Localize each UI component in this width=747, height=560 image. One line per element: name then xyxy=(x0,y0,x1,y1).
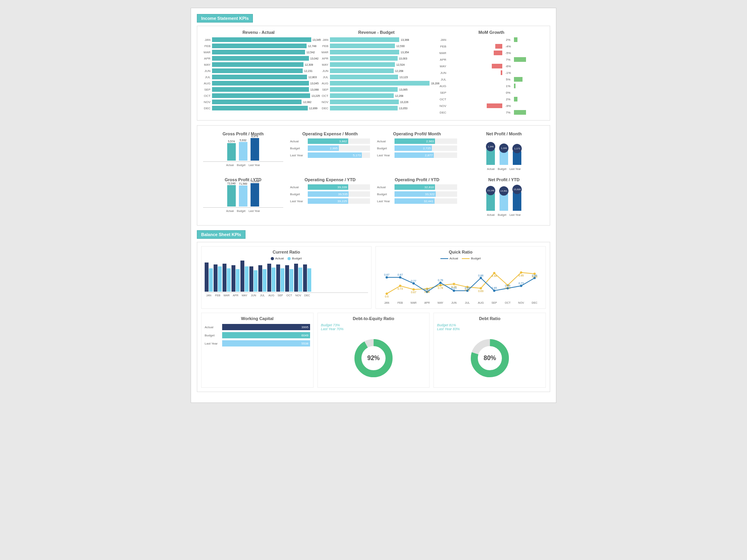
svg-text:MAY: MAY xyxy=(438,301,444,304)
opex-ytd-label: Last Year xyxy=(290,200,308,203)
rev-budget-value: 13,368 xyxy=(401,38,409,41)
rev-budget-month-label: OCT xyxy=(319,94,330,98)
rev-budget-month-label: MAY xyxy=(319,63,330,66)
svg-text:AUG: AUG xyxy=(478,301,484,304)
svg-point-14 xyxy=(412,288,415,290)
mom-neg-bar xyxy=(494,51,502,55)
opm-track: 2,725 xyxy=(395,145,457,151)
opex-m-label: Actual xyxy=(290,140,308,143)
opytd-label: Budget xyxy=(377,192,395,196)
cr-actual-bar xyxy=(249,266,253,292)
opytd-track: 33,322 xyxy=(395,191,457,197)
mom-neg-bar xyxy=(495,44,502,49)
mom-month-label: APR xyxy=(437,58,448,61)
rev-actual-bar: 12,542 xyxy=(212,50,305,54)
mom-center-val: -6% xyxy=(502,65,514,68)
rev-budget-month-label: NOV xyxy=(319,100,330,104)
opm-track: 2,963 xyxy=(395,138,457,144)
mom-center-val: 2% xyxy=(502,98,514,101)
rev-actual-month-label: APR xyxy=(201,57,212,60)
opex-ytd-bar: 39,339 xyxy=(308,184,348,190)
rev-budget-bar: 12,524 xyxy=(330,62,395,67)
mom-pos-bar xyxy=(514,97,517,102)
gpytd-bar-group: 72,040 xyxy=(227,182,236,206)
rev-actual-value: 13,068 xyxy=(310,88,319,91)
revenue-budget-chart: Revenue - Budget JAN 13,368 FEB 12,530 M… xyxy=(319,30,434,116)
npm-bar xyxy=(486,149,495,165)
mom-row: SEP 0% xyxy=(437,90,546,95)
npm-bar-group: 1,346 xyxy=(486,142,495,165)
svg-point-1 xyxy=(399,276,402,278)
opex-m-label: Budget xyxy=(290,147,308,150)
rev-budget-month-label: SEP xyxy=(319,88,330,91)
npm-bar-group: 1,173 xyxy=(512,144,522,165)
cr-bar-pair xyxy=(303,264,311,292)
cr-month-label: MAR xyxy=(223,294,231,297)
gpm-bar xyxy=(239,142,247,161)
rev-actual-bar: 12,748 xyxy=(212,44,307,48)
gpm-bar xyxy=(251,138,259,161)
rev-budget-bar: 13,226 xyxy=(330,100,399,104)
rev-budget-bar-container: 13,354 xyxy=(330,50,434,54)
gpm-bar-group: 6,979 xyxy=(251,135,259,161)
net-profit-ytd-chart: Net Profit / YTD 15,146 14,801 15,929 Ac… xyxy=(462,175,546,218)
mom-pos-bar xyxy=(514,77,523,82)
opytd-row: Last Year 32,441 xyxy=(377,198,457,204)
npm-labels: Actual Budget Last Year xyxy=(464,167,544,170)
opm-val: 2,725 xyxy=(423,147,431,150)
mom-row: MAY -6% xyxy=(437,63,546,69)
de-title: Debt-to-Equity Ratio xyxy=(353,316,394,321)
opm-row: Budget 2,725 xyxy=(377,145,457,151)
rev-budget-month-label: FEB xyxy=(319,44,330,48)
opytd-bar: 33,322 xyxy=(395,191,436,197)
gpm-bars: 5,574 5,932 6,979 xyxy=(203,138,283,162)
opex-m-bar: 2,995 xyxy=(308,145,339,151)
svg-text:DEC: DEC xyxy=(532,301,538,304)
rev-actual-bar: 13,045 xyxy=(212,81,309,86)
mom-month-label: OCT xyxy=(437,98,448,101)
cr-legend-actual: Actual xyxy=(271,257,284,260)
mom-neg-side xyxy=(448,44,502,49)
rev-actual-row: AUG 13,045 xyxy=(201,80,316,86)
opm-bars: Actual 2,963 Budget 2,725 Last Year 2,87… xyxy=(377,138,457,158)
opex-m-bars: Actual 3,862 Budget 2,995 Last Year 5,17… xyxy=(290,138,370,158)
opm-label: Actual xyxy=(377,140,395,143)
opytd-row: Budget 33,322 xyxy=(377,191,457,197)
gpytd-val: 71,560 xyxy=(239,182,247,185)
rev-actual-bar-container: 12,542 xyxy=(212,50,316,54)
cr-budget-bar xyxy=(254,270,258,292)
rev-actual-month-label: DEC xyxy=(201,107,212,110)
wc-title: Working Capital xyxy=(205,316,310,321)
rev-budget-value: 12,268 xyxy=(395,70,403,72)
opex-m-track: 5,173 xyxy=(308,152,370,158)
cr-bar-pair xyxy=(285,265,293,292)
npytd-bar-group: 15,146 xyxy=(486,186,495,211)
mom-month-label: NOV xyxy=(437,104,448,108)
gpytd-labels: Actual Budget Last Year xyxy=(203,209,283,212)
opm-val: 2,877 xyxy=(425,154,433,157)
rev-budget-value: 12,530 xyxy=(396,45,405,47)
gpm-lastyear-label: Last Year xyxy=(249,164,260,166)
cr-actual-label: Actual xyxy=(275,257,284,260)
cr-month-label: NOV xyxy=(294,294,302,297)
rev-budget-bar-container: 13,065 xyxy=(330,87,434,92)
svg-text:0.67: 0.67 xyxy=(411,291,416,294)
rev-actual-row: FEB 12,748 xyxy=(201,43,316,49)
rev-budget-bar-container: 12,268 xyxy=(330,93,434,98)
svg-text:NOV: NOV xyxy=(518,301,524,304)
rev-budget-bar-container: 12,524 xyxy=(330,62,434,67)
mom-pos-side xyxy=(514,90,546,95)
opex-m-row: Budget 2,995 xyxy=(290,145,370,151)
opytd-track: 32,810 xyxy=(395,184,457,190)
cr-month-label: JUL xyxy=(258,294,267,297)
opex-m-val: 2,995 xyxy=(330,147,338,150)
mom-center-val: 7% xyxy=(502,58,514,61)
gpytd-budget-label: Budget xyxy=(237,210,245,212)
svg-text:FEB: FEB xyxy=(398,301,403,304)
npytd-bar xyxy=(513,192,521,211)
rev-budget-bar-container: 13,123 xyxy=(330,75,434,79)
cr-month-label: APR xyxy=(231,294,240,297)
gpytd-bar-group: 71,560 xyxy=(239,182,247,206)
qr-legend-budget: Budget xyxy=(462,257,480,260)
gpytd-val: 72,040 xyxy=(227,182,235,185)
